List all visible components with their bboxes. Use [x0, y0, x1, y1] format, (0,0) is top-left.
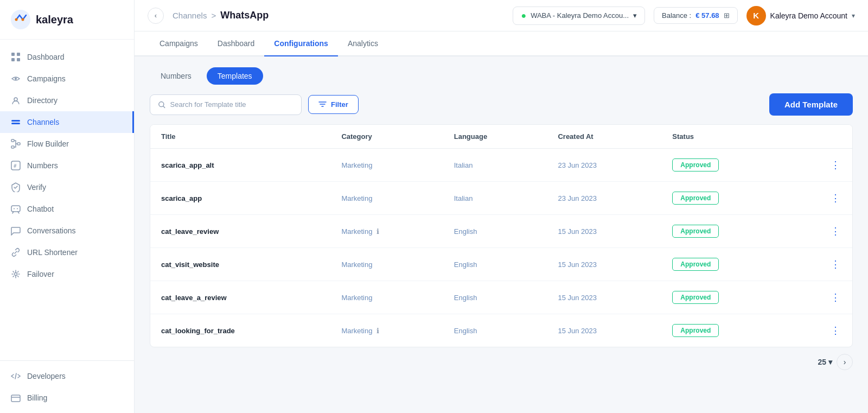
tab-dashboard[interactable]: Dashboard: [208, 31, 265, 56]
waba-selector[interactable]: ● WABA - Kaleyra Demo Accou... ▾: [513, 7, 645, 25]
cell-title: cat_leave_a_review: [150, 281, 330, 314]
svg-point-17: [14, 208, 15, 209]
sidebar-bottom: Developers Billing: [0, 360, 134, 413]
sidebar-item-verify[interactable]: Verify: [0, 176, 134, 198]
cell-title: scarica_app: [150, 182, 330, 215]
cell-category: Marketing: [330, 182, 443, 215]
sidebar-item-developers[interactable]: Developers: [0, 365, 134, 387]
sidebar-item-directory[interactable]: Directory: [0, 90, 134, 111]
table-row: cat_visit_website Marketing English 15 J…: [150, 248, 852, 281]
svg-rect-5: [11, 58, 15, 61]
col-created-at: Created At: [547, 125, 661, 149]
sidebar-item-numbers[interactable]: # Numbers: [0, 155, 134, 176]
sidebar-item-conversations-label: Conversations: [27, 226, 76, 235]
sidebar-item-dashboard[interactable]: Dashboard: [0, 46, 134, 68]
row-menu-button[interactable]: ⋮: [791, 182, 852, 215]
cell-language: English: [443, 314, 547, 347]
sidebar-item-campaigns[interactable]: Campaigns: [0, 68, 134, 90]
add-template-button[interactable]: Add Template: [769, 93, 853, 116]
cell-language: Italian: [443, 149, 547, 182]
logo-area: kaleyra: [0, 0, 134, 40]
channels-icon: [11, 117, 21, 127]
sidebar-item-verify-label: Verify: [27, 183, 46, 192]
row-menu-button[interactable]: ⋮: [791, 281, 852, 314]
cell-created-at: 15 Jun 2023: [547, 215, 661, 248]
sidebar-collapse-button[interactable]: ‹: [148, 8, 164, 24]
svg-rect-10: [11, 123, 20, 124]
row-menu-button[interactable]: ⋮: [791, 314, 852, 347]
row-menu-button[interactable]: ⋮: [791, 215, 852, 248]
cell-language: English: [443, 281, 547, 314]
search-icon: [158, 100, 166, 109]
conversations-icon: [11, 226, 21, 236]
row-menu-button[interactable]: ⋮: [791, 149, 852, 182]
search-input[interactable]: [170, 100, 293, 109]
svg-rect-3: [11, 53, 15, 56]
sidebar-item-channels[interactable]: Channels: [0, 111, 134, 133]
tab-configurations[interactable]: Configurations: [264, 31, 338, 56]
sidebar-item-flow-builder[interactable]: Flow Builder: [0, 133, 134, 155]
svg-rect-4: [17, 53, 20, 56]
cell-category: Marketing ℹ: [330, 314, 443, 347]
waba-dropdown-arrow: ▾: [633, 11, 637, 20]
sidebar-nav: Dashboard Campaigns Directory: [0, 40, 134, 360]
svg-point-18: [17, 208, 18, 209]
sidebar-item-failover[interactable]: Failover: [0, 263, 134, 285]
cell-language: English: [443, 215, 547, 248]
svg-rect-6: [17, 58, 20, 61]
info-icon[interactable]: ℹ: [376, 227, 379, 236]
topbar-right: ● WABA - Kaleyra Demo Accou... ▾ Balance…: [513, 6, 855, 26]
info-icon[interactable]: ℹ: [376, 327, 379, 335]
numbers-icon: #: [11, 161, 21, 170]
add-balance-icon[interactable]: ⊞: [724, 11, 730, 20]
sidebar-item-conversations[interactable]: Conversations: [0, 220, 134, 242]
cell-title: cat_leave_review: [150, 215, 330, 248]
per-page-value: 25: [818, 358, 826, 366]
status-badge: Approved: [672, 192, 719, 205]
flow-builder-icon: [11, 139, 21, 149]
balance-label: Balance :: [662, 11, 691, 20]
sidebar-item-numbers-label: Numbers: [27, 161, 58, 170]
waba-label: WABA - Kaleyra Demo Accou...: [531, 11, 629, 20]
svg-text:#: #: [14, 163, 17, 169]
breadcrumb-channels[interactable]: Channels: [173, 11, 207, 20]
cell-category: Marketing: [330, 149, 443, 182]
url-shortener-icon: [11, 247, 21, 257]
billing-icon: [11, 393, 21, 403]
cell-category: Marketing: [330, 248, 443, 281]
cell-created-at: 23 Jun 2023: [547, 182, 661, 215]
main-content: ‹ Channels > WhatsApp ● WABA - Kaleyra D…: [135, 0, 868, 413]
user-menu[interactable]: K Kaleyra Demo Account ▾: [746, 6, 855, 26]
per-page-selector[interactable]: 25 ▾: [818, 358, 832, 366]
sidebar-item-chatbot[interactable]: Chatbot: [0, 198, 134, 220]
config-tab-templates[interactable]: Templates: [207, 67, 263, 85]
svg-point-19: [15, 273, 17, 276]
filter-button[interactable]: Filter: [308, 95, 359, 114]
cell-category: Marketing ℹ: [330, 215, 443, 248]
sidebar: kaleyra Dashboard Campaigns: [0, 0, 135, 413]
config-tab-numbers[interactable]: Numbers: [150, 67, 202, 85]
cell-status: Approved: [661, 314, 790, 347]
col-language: Language: [443, 125, 547, 149]
sidebar-item-campaigns-label: Campaigns: [27, 74, 66, 83]
row-menu-button[interactable]: ⋮: [791, 248, 852, 281]
whatsapp-icon: ●: [521, 11, 526, 21]
user-avatar: K: [746, 6, 766, 26]
table-row: scarica_app_alt Marketing Italian 23 Jun…: [150, 149, 852, 182]
breadcrumb-separator: >: [211, 11, 216, 20]
next-page-button[interactable]: ›: [837, 354, 853, 370]
directory-icon: [11, 96, 21, 105]
cell-created-at: 23 Jun 2023: [547, 149, 661, 182]
sidebar-item-billing[interactable]: Billing: [0, 387, 134, 409]
cell-category: Marketing: [330, 281, 443, 314]
user-menu-arrow: ▾: [852, 12, 855, 20]
kaleyra-logo-icon: [11, 10, 30, 29]
cell-status: Approved: [661, 182, 790, 215]
tab-analytics[interactable]: Analytics: [338, 31, 388, 56]
svg-rect-11: [11, 139, 14, 142]
sidebar-item-url-shortener[interactable]: URL Shortener: [0, 242, 134, 263]
breadcrumb-current-page: WhatsApp: [220, 10, 269, 21]
tab-campaigns[interactable]: Campaigns: [150, 31, 208, 56]
svg-point-2: [22, 18, 24, 21]
cell-status: Approved: [661, 215, 790, 248]
